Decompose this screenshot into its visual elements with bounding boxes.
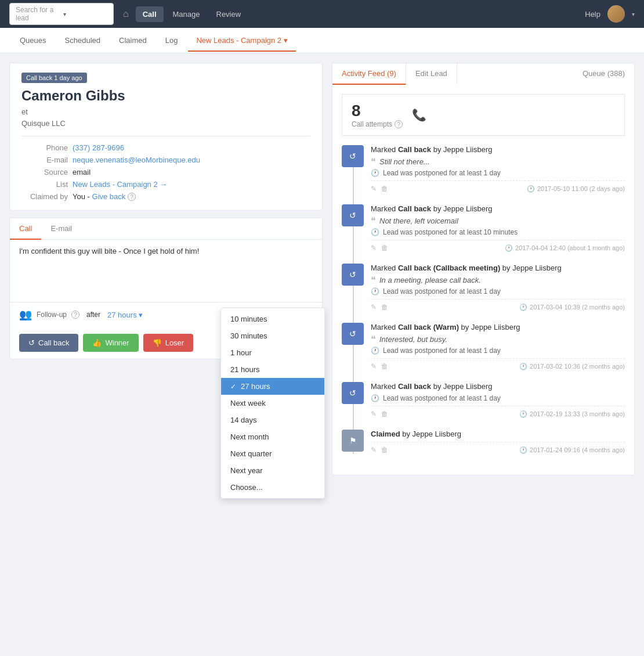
timeline-title-5: Marked Call back by Jeppe Liisberg [371, 382, 625, 391]
lead-subtitle1: et [21, 106, 310, 118]
delete-icon-1[interactable]: 🗑 [381, 185, 388, 193]
subnav-campaign[interactable]: New Leads - Campaign 2 ▾ [188, 30, 296, 52]
give-back-link[interactable]: Give back [92, 192, 126, 201]
dropdown-label-0: 10 minutes [230, 315, 267, 323]
timestamp-text-3: 2017-03-04 10:39 (2 months ago) [530, 304, 625, 311]
timeline-footer-2: ✎ 🗑 🕐 2017-04-04 12:40 (about 1 month ag… [371, 240, 625, 252]
quote-text-1: Still not there... [379, 157, 430, 166]
edit-icon-5[interactable]: ✎ [371, 410, 377, 418]
dropdown-item-8[interactable]: Next quarter [221, 445, 324, 462]
timeline-content-3: Marked Call back (Callback meeting) by J… [371, 264, 625, 311]
delete-icon-2[interactable]: 🗑 [381, 244, 388, 252]
nav-manage-link[interactable]: Manage [166, 6, 207, 22]
edit-icon-2[interactable]: ✎ [371, 244, 377, 252]
tab-edit-lead[interactable]: Edit Lead [406, 63, 457, 85]
tab-activity-feed[interactable]: Activity Feed (9) [332, 63, 406, 85]
winner-icon: 👍 [92, 338, 102, 347]
quote-mark-icon-2: ❝ [371, 217, 376, 226]
list-value: New Leads - Campaign 2 → [73, 180, 310, 189]
avatar-caret-icon[interactable]: ▾ [632, 11, 635, 17]
claimed-label: Claimed by [21, 192, 68, 201]
subnav-queues[interactable]: Queues [12, 30, 55, 52]
timeline-postpone-3: 🕐 Lead was postponed for at least 1 day [371, 287, 625, 295]
source-value: email [73, 168, 310, 176]
timeline-item-6: ⚑ Claimed by Jeppe Liisberg ✎ 🗑 🕐 2017-0… [342, 430, 625, 454]
call-note-textarea[interactable]: I'm confident this guy will bite - Once … [19, 247, 313, 293]
callback-button[interactable]: ↺ Call back [19, 334, 78, 352]
dropdown-item-1[interactable]: 30 minutes [221, 327, 324, 344]
timeline-content-4: Marked Call back (Warm) by Jeppe Liisber… [371, 323, 625, 370]
winner-button[interactable]: 👍 Winner [83, 334, 138, 352]
postpone-text-1: Lead was postponed for at least 1 day [383, 169, 501, 177]
follow-up-time-value[interactable]: 27 hours ▾ [107, 311, 143, 319]
subnav-log[interactable]: Log [157, 30, 186, 52]
subnav-claimed[interactable]: Claimed [111, 30, 155, 52]
list-link[interactable]: New Leads - Campaign 2 [73, 180, 158, 189]
dropdown-item-3[interactable]: 21 hours [221, 361, 324, 378]
quote-text-4: Interested, but busy. [379, 335, 447, 344]
nav-right: Help ▾ [585, 5, 635, 23]
timeline-item: ↺ Marked Call back by Jeppe Liisberg ❝ S… [342, 145, 625, 193]
follow-up-help-icon[interactable]: ? [71, 311, 79, 319]
dropdown-item-7[interactable]: Next month [221, 428, 324, 445]
nav-call-link[interactable]: Call [136, 6, 164, 22]
loser-label: Loser [165, 338, 184, 347]
search-lead-box[interactable]: Search for a lead ▾ [9, 3, 114, 25]
edit-icon-4[interactable]: ✎ [371, 362, 377, 370]
dropdown-label-1: 30 minutes [230, 331, 267, 340]
quote-text-3: In a meeting, please call back. [379, 276, 481, 284]
timestamp-1: 🕐 2017-05-10 11:00 (2 days ago) [527, 185, 625, 193]
dropdown-item-5[interactable]: Next week [221, 395, 324, 412]
edit-icon-3[interactable]: ✎ [371, 303, 377, 311]
phone-value[interactable]: (337) 287-9696 [73, 143, 310, 152]
tab-email[interactable]: E-mail [41, 218, 81, 240]
people-icon: 👥 [19, 308, 32, 321]
dropdown-item-6[interactable]: 14 days [221, 412, 324, 428]
dropdown-item-0[interactable]: 10 minutes [221, 311, 324, 327]
timeline-icon-2: ↺ [342, 204, 364, 226]
callback-label: Call back [38, 338, 69, 347]
timeline-title-1: Marked Call back by Jeppe Liisberg [371, 145, 625, 154]
clock-icon-5: 🕐 [371, 394, 379, 402]
clock-small-icon-6: 🕐 [519, 446, 527, 454]
tab-call[interactable]: Call [10, 218, 41, 240]
loser-button[interactable]: 👎 Loser [143, 334, 194, 352]
edit-icon-6[interactable]: ✎ [371, 446, 377, 454]
dropdown-item-9[interactable]: Next year [221, 462, 324, 479]
call-attempts-help-icon[interactable]: ? [395, 120, 403, 128]
email-value[interactable]: neque.venenatis@leoMorbineque.edu [73, 156, 310, 164]
dropdown-label-7: Next month [230, 432, 269, 441]
dropdown-item-2[interactable]: 1 hour [221, 344, 324, 361]
timeline-quote-2: ❝ Not there, left voicemail [371, 217, 625, 226]
call-attempts-box: 8 Call attempts ? 📞 [342, 94, 625, 136]
user-avatar[interactable] [607, 5, 625, 23]
campaign-caret-icon: ▾ [284, 36, 288, 45]
dropdown-label-5: Next week [230, 399, 266, 408]
timestamp-5: 🕐 2017-02-19 13:33 (3 months ago) [519, 410, 625, 418]
subnav-scheduled[interactable]: Scheduled [57, 30, 108, 52]
dropdown-item-10[interactable]: Choose... [221, 479, 324, 496]
edit-icon-1[interactable]: ✎ [371, 185, 377, 193]
give-back-help-icon[interactable]: ? [128, 193, 136, 201]
home-icon[interactable]: ⌂ [123, 9, 129, 19]
delete-icon-4[interactable]: 🗑 [381, 362, 388, 370]
delete-icon-5[interactable]: 🗑 [381, 410, 388, 418]
callback-icon: ↺ [28, 338, 35, 347]
delete-icon-6[interactable]: 🗑 [381, 446, 388, 454]
timeline-icon-4: ↺ [342, 323, 364, 345]
timeline-content-5: Marked Call back by Jeppe Liisberg 🕐 Lea… [371, 382, 625, 418]
email-label: E-mail [21, 156, 68, 164]
time-dropdown: 10 minutes 30 minutes 1 hour 21 hours ✓ … [220, 308, 325, 499]
timeline-quote-1: ❝ Still not there... [371, 157, 625, 167]
help-link[interactable]: Help [585, 10, 600, 19]
delete-icon-3[interactable]: 🗑 [381, 303, 388, 311]
clock-small-icon-2: 🕐 [505, 244, 513, 252]
nav-review-link[interactable]: Review [209, 6, 248, 22]
postpone-text-5: Lead was postponed for at least 1 day [383, 394, 501, 402]
follow-up-after-text: after [86, 311, 100, 319]
dropdown-item-4[interactable]: ✓ 27 hours [221, 378, 324, 395]
tab-queue[interactable]: Queue (388) [573, 63, 634, 85]
clock-small-icon-5: 🕐 [519, 410, 527, 418]
timeline-quote-4: ❝ Interested, but busy. [371, 335, 625, 344]
timeline-footer-4: ✎ 🗑 🕐 2017-03-02 10:36 (2 months ago) [371, 358, 625, 370]
